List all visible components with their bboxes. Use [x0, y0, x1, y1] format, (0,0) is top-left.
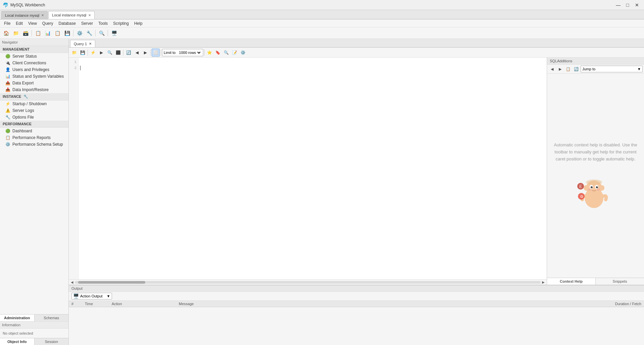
startup-icon: ⚡ — [5, 101, 10, 106]
qtb-explain[interactable]: 🔍 — [106, 49, 114, 57]
sa-prev-btn[interactable]: ◀ — [548, 66, 556, 72]
app-tab-1[interactable]: Local instance mysql ✕ — [1, 11, 48, 19]
svg-text:⚙: ⚙ — [580, 194, 584, 199]
text-cursor — [80, 66, 80, 70]
tab-snippets[interactable]: Snippets — [596, 278, 644, 285]
toolbar-models[interactable]: 🗃️ — [21, 29, 30, 38]
query-tab-1-close[interactable]: ✕ — [89, 42, 92, 46]
toolbar-btn8[interactable]: ⚙️ — [75, 29, 84, 38]
line-numbers: 1 2 — [69, 58, 79, 279]
menu-tools[interactable]: Tools — [96, 19, 110, 27]
toolbar-btn9[interactable]: 🔧 — [85, 29, 94, 38]
qtb-star[interactable]: ⭐ — [206, 49, 214, 57]
menu-edit[interactable]: Edit — [13, 19, 25, 27]
sidebar-item-performance-schema[interactable]: ⚙️ Performance Schema Setup — [0, 141, 68, 148]
svg-point-7 — [597, 187, 598, 187]
limit-rows-select[interactable]: Limit to 1000 rows 100 rows 500 rows No … — [162, 49, 203, 56]
scroll-right-arrow[interactable]: ▶ — [541, 280, 546, 285]
qtb-stop[interactable]: ⬛ — [114, 49, 122, 57]
qtb-bookmark[interactable]: 🔖 — [214, 49, 222, 57]
menu-file[interactable]: File — [1, 19, 13, 27]
qtb-toggle[interactable]: 🔄 — [124, 49, 132, 57]
sidebar-item-options-file[interactable]: 🔧 Options File — [0, 114, 68, 121]
sa-copy-btn[interactable]: 📋 — [565, 66, 572, 72]
output-header: Output — [69, 285, 644, 292]
output-area: Output 🖥️ Action Output ▼ # Time Action … — [69, 285, 644, 345]
menu-query[interactable]: Query — [40, 19, 56, 27]
options-file-icon: 🔧 — [5, 115, 10, 120]
col-message: Message — [179, 302, 591, 306]
tab-object-info[interactable]: Object Info — [0, 338, 35, 345]
sql-additions-panel: SQLAdditions ◀ ▶ 📋 🔄 Jump to ▼ Automatic… — [547, 58, 644, 285]
sidebar-main: MANAGEMENT 🟢 Server Status 🔌 Client Conn… — [0, 46, 68, 314]
tab-administration[interactable]: Administration — [0, 315, 35, 321]
app-title: MySQL Workbench — [10, 3, 614, 7]
menu-server[interactable]: Server — [78, 19, 96, 27]
sidebar-item-server-status[interactable]: 🟢 Server Status — [0, 53, 68, 60]
close-button[interactable]: ✕ — [633, 1, 641, 9]
sidebar-item-server-logs[interactable]: ⚠️ Server Logs — [0, 107, 68, 114]
qtb-format[interactable]: 📝 — [231, 49, 239, 57]
output-toolbar: 🖥️ Action Output ▼ — [69, 292, 644, 301]
scroll-left-arrow[interactable]: ◀ — [69, 280, 75, 285]
cute-character-svg: E ⚙ — [571, 166, 618, 210]
qtb-sep-4 — [161, 50, 161, 56]
jump-to-label: Jump to — [582, 67, 595, 71]
tab-session[interactable]: Session — [35, 338, 69, 345]
scroll-track[interactable] — [75, 281, 541, 284]
maximize-button[interactable]: □ — [623, 1, 632, 9]
menu-scripting[interactable]: Scripting — [110, 19, 131, 27]
sidebar-item-client-connections[interactable]: 🔌 Client Connections — [0, 60, 68, 66]
server-logs-icon: ⚠️ — [5, 108, 10, 113]
menu-help[interactable]: Help — [131, 19, 145, 27]
sql-editor[interactable]: 1 2 ◀ ▶ — [69, 58, 547, 285]
menu-view[interactable]: View — [25, 19, 40, 27]
toolbar-btn11[interactable]: 🖥️ — [109, 29, 119, 38]
toolbar-sep-1 — [32, 30, 32, 37]
qtb-execute-lightning[interactable]: ⚡ — [89, 49, 97, 57]
no-object-selected: No object selected — [0, 329, 68, 338]
sa-refresh-btn[interactable]: 🔄 — [573, 66, 580, 72]
horizontal-scrollbar[interactable]: ◀ ▶ — [69, 279, 547, 285]
limit-rows-dropdown[interactable]: 1000 rows 100 rows 500 rows No limit — [178, 50, 202, 55]
action-output-select[interactable]: 🖥️ Action Output ▼ — [71, 293, 112, 299]
sidebar-item-data-export[interactable]: 📤 Data Export — [0, 80, 68, 86]
tab-context-help[interactable]: Context Help — [547, 278, 596, 285]
sidebar-item-status-variables[interactable]: 📊 Status and System Variables — [0, 73, 68, 80]
query-tab-1[interactable]: Query 1 ✕ — [70, 40, 95, 47]
qtb-zoom-out[interactable]: 🔍 — [222, 49, 230, 57]
toolbar-btn4[interactable]: 📋 — [33, 29, 43, 38]
app-tab-1-close[interactable]: ✕ — [41, 13, 44, 17]
toolbar-btn5[interactable]: 📊 — [43, 29, 52, 38]
minimize-button[interactable]: — — [614, 1, 623, 9]
qtb-execute-cursor[interactable]: ▶ — [97, 49, 105, 57]
qtb-active[interactable]: ⬜ — [152, 49, 160, 57]
app-tab-2[interactable]: Local instance mysql ✕ — [48, 11, 95, 19]
sidebar-item-performance-reports[interactable]: 📋 Performance Reports — [0, 134, 68, 141]
qtb-save[interactable]: 💾 — [78, 49, 87, 57]
tab-schemas[interactable]: Schemas — [35, 315, 69, 321]
menu-database[interactable]: Database — [56, 19, 78, 27]
toolbar-open[interactable]: 📁 — [11, 29, 20, 38]
sidebar-item-users-privileges[interactable]: 👤 Users and Privileges — [0, 66, 68, 73]
sidebar-section-tabs: Administration Schemas — [0, 314, 68, 321]
toolbar-new-connection[interactable]: 🏠 — [1, 29, 11, 38]
toolbar-btn10[interactable]: 🔍 — [97, 29, 106, 38]
sidebar-item-startup-shutdown[interactable]: ⚡ Startup / Shutdown — [0, 100, 68, 107]
qtb-prev[interactable]: ◀ — [133, 49, 141, 57]
col-time: Time — [85, 302, 112, 306]
menu-bar: File Edit View Query Database Server Too… — [0, 19, 644, 27]
qtb-open-folder[interactable]: 📁 — [70, 49, 78, 57]
sidebar-item-dashboard[interactable]: 🟢 Dashboard — [0, 128, 68, 134]
jump-to-select[interactable]: Jump to ▼ — [581, 66, 643, 72]
editor-content[interactable] — [79, 58, 547, 279]
app-tab-2-close[interactable]: ✕ — [88, 13, 91, 17]
toolbar-btn7[interactable]: 💾 — [62, 29, 72, 38]
qtb-next[interactable]: ▶ — [141, 49, 149, 57]
dashboard-icon: 🟢 — [5, 129, 10, 133]
users-icon: 👤 — [5, 67, 10, 72]
sidebar-item-data-import[interactable]: 📥 Data Import/Restore — [0, 86, 68, 93]
qtb-settings[interactable]: ⚙️ — [239, 49, 247, 57]
sa-next-btn[interactable]: ▶ — [556, 66, 564, 72]
toolbar-btn6[interactable]: 📋 — [53, 29, 62, 38]
